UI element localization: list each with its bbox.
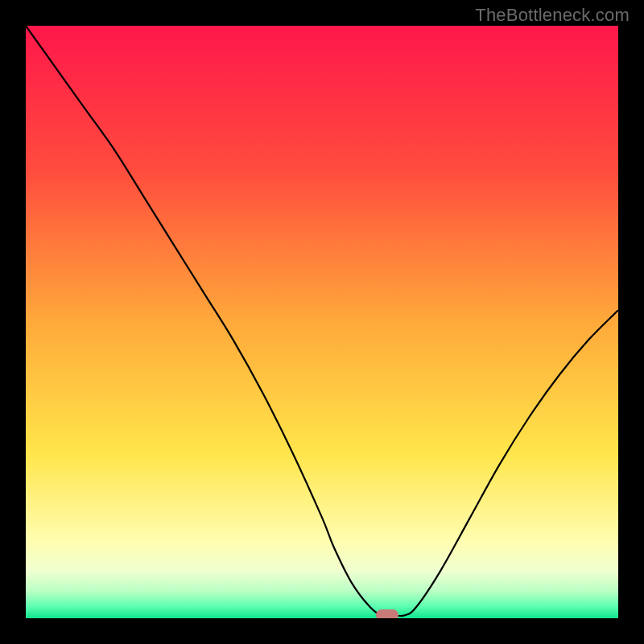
watermark-text: TheBottleneck.com [475,5,630,26]
plot-area [26,26,618,618]
curve-layer [26,26,618,618]
optimum-marker [376,609,398,618]
bottleneck-curve [26,26,618,616]
chart-container: TheBottleneck.com [0,0,644,644]
